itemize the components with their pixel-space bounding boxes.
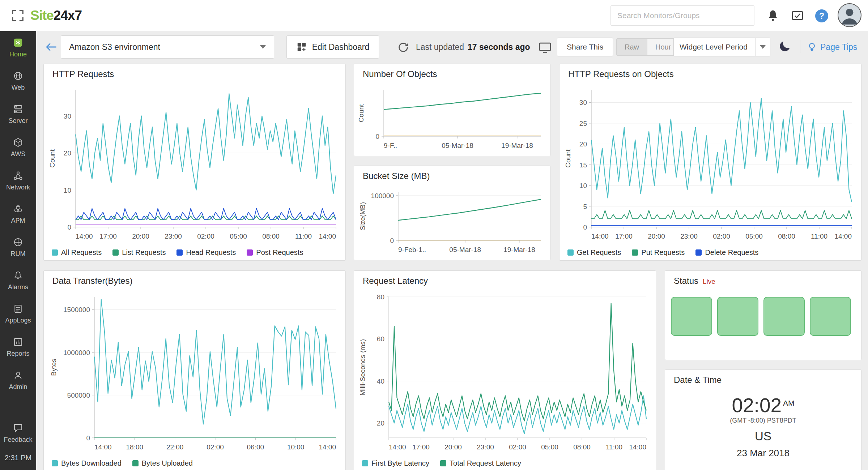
messages-icon[interactable] [791,9,804,22]
legend-swatch [695,249,702,256]
page-tips-button[interactable]: Page Tips [807,38,857,56]
panel-request-latency: Request Latency 2040608014:0017:0020:002… [354,270,656,470]
widget-level-period-select[interactable]: Widget Level Period [673,38,770,56]
legend-item[interactable]: Post Requests [247,248,303,257]
legend-item[interactable]: First Byte Latency [362,459,429,467]
legend-swatch [247,249,253,256]
svg-text:19-Mar-18: 19-Mar-18 [501,142,533,149]
dashboard-select-value: Amazon S3 environment [69,42,160,52]
http-requests-on-objects-chart: 05101520253014:0017:0020:0023:0002:0005:… [559,84,861,244]
site24x7-logo[interactable]: Site24x7 [30,0,82,31]
dashboard-select[interactable]: Amazon S3 environment [61,35,274,59]
sidebar-clock: 2:31 PM [0,450,36,470]
legend-swatch [52,460,58,466]
status-box[interactable] [763,297,805,336]
legend-swatch [132,460,139,466]
http-requests-chart: 010203014:0017:0020:0023:0002:0005:0008:… [44,84,345,244]
edit-dashboard-button[interactable]: Edit Dashboard [286,35,379,59]
report-chart-icon [13,337,24,347]
bell-icon[interactable] [766,9,780,22]
status-box[interactable] [810,297,851,336]
sidebar-item-aws[interactable]: AWS [0,131,36,164]
sidebar-item-label: Admin [9,383,27,391]
bulb-icon [807,42,817,52]
svg-text:Count: Count [564,149,572,167]
network-icon [13,170,24,181]
svg-text:Milli-Seconds (ms): Milli-Seconds (ms) [359,339,366,396]
sidebar-item-label: RUM [11,250,26,258]
legend-item[interactable]: Total Request Latency [440,459,521,467]
sidebar-item-server[interactable]: Server [0,98,36,131]
svg-text:11:00: 11:00 [295,232,312,240]
sidebar-item-network[interactable]: Network [0,164,36,197]
expand-icon[interactable] [11,9,25,22]
region-label: US [665,430,861,443]
chart-legend: Get RequestsPut RequestsDelete Requests [559,244,861,260]
legend-item[interactable]: Bytes Downloaded [52,459,122,467]
globe-grid-icon [13,237,24,248]
legend-label: Bytes Downloaded [61,459,122,467]
logs-icon [13,303,24,314]
dark-mode-moon-icon[interactable] [778,40,791,53]
status-box[interactable] [717,297,758,336]
svg-text:9-F..: 9-F.. [384,142,397,149]
chart-legend: First Byte LatencyTotal Request Latency [354,455,656,470]
svg-text:05-Mar-18: 05-Mar-18 [449,246,481,253]
sidebar-item-web[interactable]: Web [0,64,36,98]
svg-text:02:00: 02:00 [207,443,224,451]
raw-hour-toggle: Raw Hour [616,38,679,56]
legend-item[interactable]: Put Requests [632,248,685,257]
svg-text:20:00: 20:00 [648,232,665,240]
legend-item[interactable]: Head Requests [176,248,236,257]
data-transfer-chart: 05000001000000150000014:0018:0022:0002:0… [44,291,345,455]
svg-text:10:00: 10:00 [287,443,305,451]
panel-bucket-size: Bucket Size (MB) 01000009-Feb-1..05-Mar-… [354,166,550,260]
legend-item[interactable]: Delete Requests [695,248,758,257]
share-this-button[interactable]: Share This [557,38,613,56]
svg-text:18:00: 18:00 [126,443,144,451]
legend-item[interactable]: Get Requests [567,248,621,257]
svg-text:05:00: 05:00 [230,232,247,240]
sidebar-item-alarms[interactable]: Alarms [0,264,36,297]
svg-text:30: 30 [579,99,587,106]
sidebar-item-applogs[interactable]: AppLogs [0,297,36,330]
legend-item[interactable]: All Requests [52,248,102,257]
refresh-icon[interactable] [397,41,409,54]
avatar[interactable] [838,3,861,27]
help-icon[interactable]: ? [815,9,828,22]
svg-text:Count: Count [48,149,56,167]
svg-text:08:00: 08:00 [573,443,591,451]
sidebar-item-label: Feedback [4,436,32,444]
svg-text:1000000: 1000000 [63,349,90,356]
legend-item[interactable]: List Requests [112,248,166,257]
svg-text:14:00: 14:00 [389,443,406,451]
sidebar-item-home[interactable]: Home [0,31,36,64]
topbar: Site24x7 ? [0,0,868,31]
number-of-objects-chart: 09-F..05-Mar-1819-Mar-18Count [354,84,550,154]
legend-label: Bytes Uploaded [142,459,193,467]
panel-title: HTTP Requests [44,64,345,84]
svg-text:17:00: 17:00 [99,232,117,240]
svg-text:23:00: 23:00 [680,232,698,240]
last-updated-prefix: Last updated [416,42,464,52]
sidebar-item-apm[interactable]: APM [0,197,36,231]
edit-dashboard-label: Edit Dashboard [312,42,370,52]
svg-text:0: 0 [86,434,90,442]
screen-share-icon[interactable] [538,40,552,54]
clock-meridiem: AM [783,399,795,407]
search-input[interactable] [610,5,754,26]
svg-text:25: 25 [579,120,587,127]
sidebar-item-label: Alarms [8,283,28,291]
sidebar-item-rum[interactable]: RUM [0,231,36,264]
timezone-label: (GMT -8:00) PST8PDT [665,417,861,424]
sidebar-item-feedback[interactable]: Feedback [0,416,36,450]
svg-text:5: 5 [583,203,587,210]
panel-number-of-objects: Number Of Objects 09-F..05-Mar-1819-Mar-… [354,64,550,156]
raw-toggle[interactable]: Raw [617,39,647,55]
sidebar-item-admin[interactable]: Admin [0,364,36,397]
sidebar-item-reports[interactable]: Reports [0,330,36,364]
legend-item[interactable]: Bytes Uploaded [132,459,193,467]
back-arrow-icon[interactable] [44,40,59,54]
svg-text:20: 20 [579,140,587,148]
status-box[interactable] [671,297,712,336]
